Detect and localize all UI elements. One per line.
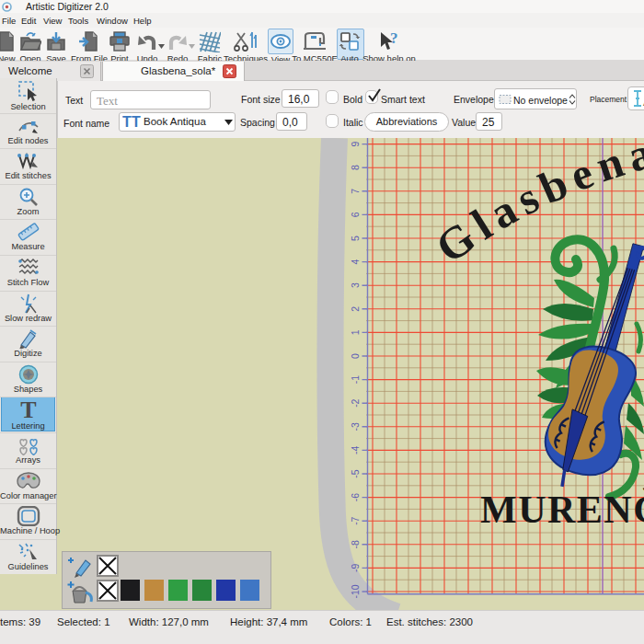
svg-text:4: 4 (350, 259, 361, 265)
svg-text:-9: -9 (350, 564, 361, 572)
svg-text:-3: -3 (350, 422, 361, 431)
svg-text:-4: -4 (350, 446, 361, 454)
svg-text:1: 1 (350, 329, 361, 335)
svg-text:-5: -5 (350, 469, 361, 477)
svg-text:7: 7 (350, 189, 361, 194)
svg-text:6: 6 (350, 212, 361, 217)
svg-text:8: 8 (350, 165, 361, 170)
svg-text:-2: -2 (350, 398, 361, 407)
svg-text:MURENČKI: MURENČKI (480, 488, 644, 531)
svg-text:T: T (122, 115, 132, 130)
svg-text:T: T (132, 115, 141, 130)
svg-text:5: 5 (350, 236, 361, 241)
svg-text:?: ? (390, 30, 398, 47)
svg-text:-10: -10 (350, 584, 361, 598)
svg-text:-7: -7 (350, 516, 361, 524)
svg-text:-6: -6 (350, 493, 361, 501)
svg-text:0: 0 (350, 353, 361, 359)
svg-text:9: 9 (350, 142, 361, 147)
svg-text:3: 3 (350, 282, 361, 288)
svg-text:-8: -8 (350, 540, 361, 548)
svg-text:2: 2 (350, 306, 361, 312)
svg-text:-1: -1 (350, 375, 361, 384)
svg-text:T: T (20, 399, 36, 421)
